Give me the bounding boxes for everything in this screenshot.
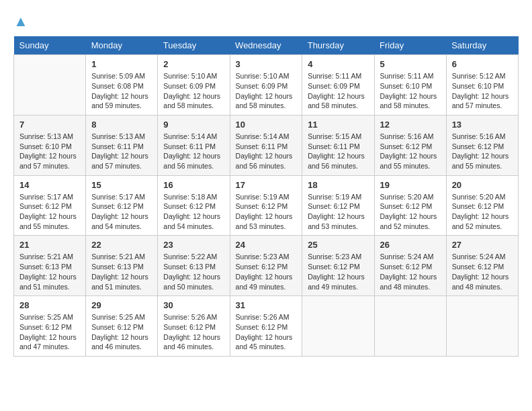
day-info: Sunrise: 5:12 AMSunset: 6:10 PMDaylight:… bbox=[452, 71, 513, 111]
calendar-cell: 2Sunrise: 5:10 AMSunset: 6:09 PMDaylight… bbox=[158, 55, 230, 116]
day-number: 17 bbox=[236, 180, 297, 190]
calendar-cell: 8Sunrise: 5:13 AMSunset: 6:11 PMDaylight… bbox=[86, 115, 158, 175]
weekday-header: Tuesday bbox=[158, 36, 230, 55]
day-number: 13 bbox=[452, 120, 513, 130]
day-number: 7 bbox=[19, 120, 80, 130]
day-info: Sunrise: 5:25 AMSunset: 6:12 PMDaylight:… bbox=[19, 312, 80, 352]
day-info: Sunrise: 5:26 AMSunset: 6:12 PMDaylight:… bbox=[236, 312, 297, 352]
calendar-cell: 5Sunrise: 5:11 AMSunset: 6:10 PMDaylight… bbox=[374, 55, 446, 116]
calendar-cell: 9Sunrise: 5:14 AMSunset: 6:11 PMDaylight… bbox=[158, 115, 230, 175]
day-info: Sunrise: 5:18 AMSunset: 6:12 PMDaylight:… bbox=[163, 192, 224, 232]
calendar-cell: 19Sunrise: 5:20 AMSunset: 6:12 PMDayligh… bbox=[374, 175, 446, 236]
day-info: Sunrise: 5:14 AMSunset: 6:11 PMDaylight:… bbox=[236, 132, 297, 171]
day-info: Sunrise: 5:19 AMSunset: 6:12 PMDaylight:… bbox=[236, 192, 297, 232]
day-number: 6 bbox=[452, 59, 513, 69]
day-number: 12 bbox=[380, 120, 441, 130]
weekday-header: Sunday bbox=[14, 36, 86, 55]
calendar-cell bbox=[14, 55, 86, 116]
day-info: Sunrise: 5:16 AMSunset: 6:12 PMDaylight:… bbox=[380, 132, 441, 171]
day-info: Sunrise: 5:23 AMSunset: 6:12 PMDaylight:… bbox=[236, 252, 297, 291]
day-number: 19 bbox=[380, 180, 441, 190]
calendar-cell: 25Sunrise: 5:23 AMSunset: 6:12 PMDayligh… bbox=[302, 236, 374, 296]
calendar-cell: 7Sunrise: 5:13 AMSunset: 6:10 PMDaylight… bbox=[14, 115, 86, 175]
day-number: 27 bbox=[452, 240, 513, 250]
day-info: Sunrise: 5:25 AMSunset: 6:12 PMDaylight:… bbox=[91, 312, 152, 352]
day-info: Sunrise: 5:23 AMSunset: 6:12 PMDaylight:… bbox=[308, 252, 368, 291]
calendar-cell: 17Sunrise: 5:19 AMSunset: 6:12 PMDayligh… bbox=[230, 175, 302, 236]
calendar-cell: 20Sunrise: 5:20 AMSunset: 6:12 PMDayligh… bbox=[446, 175, 518, 236]
day-number: 18 bbox=[308, 180, 368, 190]
calendar-cell bbox=[302, 296, 374, 357]
day-number: 4 bbox=[308, 59, 368, 69]
day-info: Sunrise: 5:17 AMSunset: 6:12 PMDaylight:… bbox=[91, 192, 152, 232]
day-number: 2 bbox=[163, 59, 224, 69]
calendar-cell: 24Sunrise: 5:23 AMSunset: 6:12 PMDayligh… bbox=[230, 236, 302, 296]
day-info: Sunrise: 5:13 AMSunset: 6:10 PMDaylight:… bbox=[19, 132, 80, 171]
day-number: 16 bbox=[163, 180, 224, 190]
calendar-week-row: 14Sunrise: 5:17 AMSunset: 6:12 PMDayligh… bbox=[14, 175, 519, 236]
day-info: Sunrise: 5:21 AMSunset: 6:13 PMDaylight:… bbox=[91, 252, 152, 291]
calendar-cell: 6Sunrise: 5:12 AMSunset: 6:10 PMDaylight… bbox=[446, 55, 518, 116]
day-number: 3 bbox=[236, 59, 297, 69]
calendar-cell: 14Sunrise: 5:17 AMSunset: 6:12 PMDayligh… bbox=[14, 175, 86, 236]
day-info: Sunrise: 5:16 AMSunset: 6:12 PMDaylight:… bbox=[452, 132, 513, 171]
day-info: Sunrise: 5:09 AMSunset: 6:08 PMDaylight:… bbox=[91, 71, 152, 111]
day-info: Sunrise: 5:20 AMSunset: 6:12 PMDaylight:… bbox=[452, 192, 513, 232]
calendar-cell: 15Sunrise: 5:17 AMSunset: 6:12 PMDayligh… bbox=[86, 175, 158, 236]
calendar-week-row: 28Sunrise: 5:25 AMSunset: 6:12 PMDayligh… bbox=[14, 296, 519, 357]
calendar-cell: 31Sunrise: 5:26 AMSunset: 6:12 PMDayligh… bbox=[230, 296, 302, 357]
day-number: 31 bbox=[236, 300, 297, 310]
calendar-cell: 26Sunrise: 5:24 AMSunset: 6:12 PMDayligh… bbox=[374, 236, 446, 296]
day-info: Sunrise: 5:11 AMSunset: 6:09 PMDaylight:… bbox=[308, 71, 368, 111]
day-number: 20 bbox=[452, 180, 513, 190]
day-number: 8 bbox=[91, 120, 152, 130]
calendar-week-row: 21Sunrise: 5:21 AMSunset: 6:13 PMDayligh… bbox=[14, 236, 519, 296]
day-number: 9 bbox=[163, 120, 224, 130]
day-info: Sunrise: 5:20 AMSunset: 6:12 PMDaylight:… bbox=[380, 192, 441, 232]
calendar-cell: 10Sunrise: 5:14 AMSunset: 6:11 PMDayligh… bbox=[230, 115, 302, 175]
calendar-cell: 1Sunrise: 5:09 AMSunset: 6:08 PMDaylight… bbox=[86, 55, 158, 116]
calendar-header-row: SundayMondayTuesdayWednesdayThursdayFrid… bbox=[14, 36, 519, 55]
weekday-header: Friday bbox=[374, 36, 446, 55]
day-info: Sunrise: 5:10 AMSunset: 6:09 PMDaylight:… bbox=[236, 71, 297, 111]
day-info: Sunrise: 5:15 AMSunset: 6:11 PMDaylight:… bbox=[308, 132, 368, 171]
calendar-cell: 16Sunrise: 5:18 AMSunset: 6:12 PMDayligh… bbox=[158, 175, 230, 236]
day-number: 29 bbox=[91, 300, 152, 310]
day-info: Sunrise: 5:19 AMSunset: 6:12 PMDaylight:… bbox=[308, 192, 368, 232]
calendar-cell: 11Sunrise: 5:15 AMSunset: 6:11 PMDayligh… bbox=[302, 115, 374, 175]
calendar-cell: 27Sunrise: 5:24 AMSunset: 6:12 PMDayligh… bbox=[446, 236, 518, 296]
calendar-table: SundayMondayTuesdayWednesdayThursdayFrid… bbox=[13, 36, 519, 357]
day-number: 30 bbox=[163, 300, 224, 310]
calendar-week-row: 1Sunrise: 5:09 AMSunset: 6:08 PMDaylight… bbox=[14, 55, 519, 116]
calendar-cell: 21Sunrise: 5:21 AMSunset: 6:13 PMDayligh… bbox=[14, 236, 86, 296]
day-info: Sunrise: 5:22 AMSunset: 6:13 PMDaylight:… bbox=[163, 252, 224, 291]
day-number: 10 bbox=[236, 120, 297, 130]
day-info: Sunrise: 5:14 AMSunset: 6:11 PMDaylight:… bbox=[163, 132, 224, 171]
day-info: Sunrise: 5:13 AMSunset: 6:11 PMDaylight:… bbox=[91, 132, 152, 171]
weekday-header: Monday bbox=[86, 36, 158, 55]
calendar-body: 1Sunrise: 5:09 AMSunset: 6:08 PMDaylight… bbox=[14, 55, 519, 357]
calendar-cell: 13Sunrise: 5:16 AMSunset: 6:12 PMDayligh… bbox=[446, 115, 518, 175]
day-number: 15 bbox=[91, 180, 152, 190]
calendar-cell: 30Sunrise: 5:26 AMSunset: 6:12 PMDayligh… bbox=[158, 296, 230, 357]
day-info: Sunrise: 5:24 AMSunset: 6:12 PMDaylight:… bbox=[452, 252, 513, 291]
calendar-cell bbox=[446, 296, 518, 357]
page-header: ▲ bbox=[13, 13, 519, 30]
calendar-cell: 4Sunrise: 5:11 AMSunset: 6:09 PMDaylight… bbox=[302, 55, 374, 116]
day-info: Sunrise: 5:21 AMSunset: 6:13 PMDaylight:… bbox=[19, 252, 80, 291]
day-number: 26 bbox=[380, 240, 441, 250]
calendar-cell: 12Sunrise: 5:16 AMSunset: 6:12 PMDayligh… bbox=[374, 115, 446, 175]
day-info: Sunrise: 5:24 AMSunset: 6:12 PMDaylight:… bbox=[380, 252, 441, 291]
calendar-cell: 28Sunrise: 5:25 AMSunset: 6:12 PMDayligh… bbox=[14, 296, 86, 357]
day-number: 23 bbox=[163, 240, 224, 250]
day-number: 5 bbox=[380, 59, 441, 69]
weekday-header: Saturday bbox=[446, 36, 518, 55]
calendar-cell: 18Sunrise: 5:19 AMSunset: 6:12 PMDayligh… bbox=[302, 175, 374, 236]
logo: ▲ bbox=[13, 13, 28, 30]
calendar-cell: 29Sunrise: 5:25 AMSunset: 6:12 PMDayligh… bbox=[86, 296, 158, 357]
day-number: 21 bbox=[19, 240, 80, 250]
day-number: 14 bbox=[19, 180, 80, 190]
calendar-cell: 3Sunrise: 5:10 AMSunset: 6:09 PMDaylight… bbox=[230, 55, 302, 116]
calendar-cell: 23Sunrise: 5:22 AMSunset: 6:13 PMDayligh… bbox=[158, 236, 230, 296]
calendar-cell: 22Sunrise: 5:21 AMSunset: 6:13 PMDayligh… bbox=[86, 236, 158, 296]
